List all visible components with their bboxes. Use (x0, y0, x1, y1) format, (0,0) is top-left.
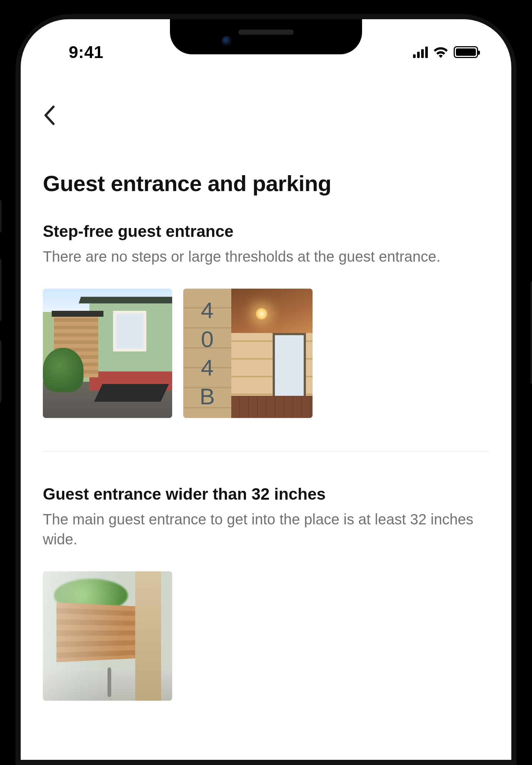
section-wide-entrance: Guest entrance wider than 32 inches The … (43, 485, 489, 701)
section-divider (43, 451, 489, 452)
phone-screen: 9:41 (21, 19, 511, 760)
phone-speaker (238, 30, 294, 35)
house-number-sign: 4 0 4 B (183, 289, 231, 418)
section-step-free-entrance: Step-free guest entrance There are no st… (43, 222, 489, 418)
page-content: Guest entrance and parking Step-free gue… (21, 89, 511, 760)
phone-volume-up-button (0, 259, 1, 322)
phone-inner-rim: 9:41 (16, 14, 516, 765)
battery-icon (454, 46, 478, 58)
photo-row (43, 571, 489, 701)
section-heading: Guest entrance wider than 32 inches (43, 485, 489, 503)
status-time: 9:41 (69, 42, 103, 62)
phone-frame: 9:41 (0, 0, 532, 765)
phone-notch (170, 19, 362, 54)
cellular-signal-icon (413, 46, 428, 58)
chevron-left-icon (43, 105, 55, 125)
back-button[interactable] (43, 104, 65, 126)
page-title: Guest entrance and parking (43, 171, 489, 196)
phone-volume-down-button (0, 340, 1, 403)
section-description: The main guest entrance to get into the … (43, 509, 489, 549)
phone-side-button (0, 200, 1, 233)
status-icons (413, 46, 478, 58)
phone-power-button (531, 281, 532, 384)
wifi-icon (433, 46, 449, 58)
section-description: There are no steps or large thresholds a… (43, 246, 489, 266)
photo-row: 4 0 4 B (43, 289, 489, 418)
phone-front-camera (222, 36, 232, 46)
entrance-photo-thumbnail[interactable] (43, 571, 172, 701)
section-heading: Step-free guest entrance (43, 222, 489, 241)
entrance-photo-thumbnail[interactable] (43, 289, 172, 418)
entrance-photo-thumbnail[interactable]: 4 0 4 B (183, 289, 313, 418)
